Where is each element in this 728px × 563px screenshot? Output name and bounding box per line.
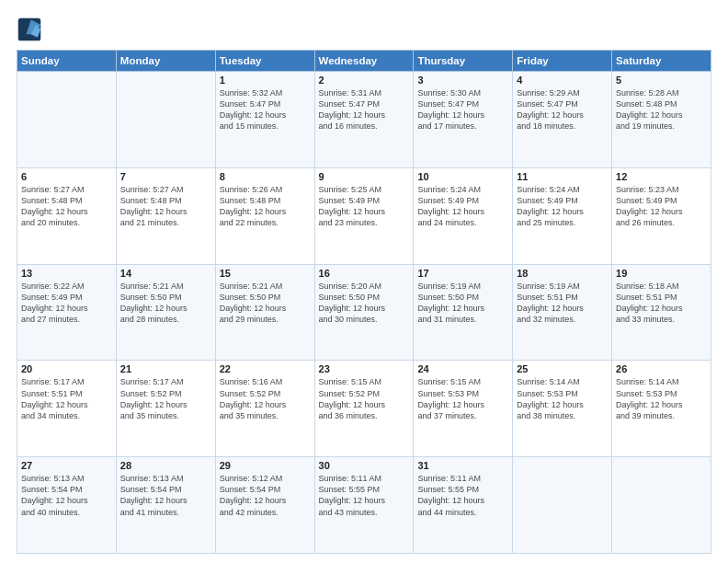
- day-number: 4: [517, 75, 608, 86]
- day-number: 1: [220, 75, 311, 86]
- calendar-cell: 28Sunrise: 5:13 AM Sunset: 5:54 PM Dayli…: [116, 457, 215, 554]
- calendar-table: SundayMondayTuesdayWednesdayThursdayFrid…: [17, 50, 711, 554]
- day-info: Sunrise: 5:24 AM Sunset: 5:49 PM Dayligh…: [517, 184, 608, 229]
- weekday-row: SundayMondayTuesdayWednesdayThursdayFrid…: [17, 51, 711, 72]
- day-info: Sunrise: 5:15 AM Sunset: 5:52 PM Dayligh…: [319, 376, 410, 421]
- day-number: 2: [319, 75, 410, 86]
- calendar-header: SundayMondayTuesdayWednesdayThursdayFrid…: [17, 51, 711, 72]
- day-info: Sunrise: 5:11 AM Sunset: 5:55 PM Dayligh…: [417, 473, 508, 518]
- calendar-cell: 7Sunrise: 5:27 AM Sunset: 5:48 PM Daylig…: [116, 167, 215, 264]
- day-info: Sunrise: 5:21 AM Sunset: 5:50 PM Dayligh…: [120, 281, 211, 326]
- day-info: Sunrise: 5:15 AM Sunset: 5:53 PM Dayligh…: [417, 376, 508, 421]
- day-info: Sunrise: 5:27 AM Sunset: 5:48 PM Dayligh…: [120, 184, 211, 229]
- calendar-cell: 4Sunrise: 5:29 AM Sunset: 5:47 PM Daylig…: [513, 72, 612, 168]
- day-number: 25: [517, 363, 608, 374]
- day-info: Sunrise: 5:28 AM Sunset: 5:48 PM Dayligh…: [616, 87, 707, 132]
- calendar-cell: 26Sunrise: 5:14 AM Sunset: 5:53 PM Dayli…: [612, 361, 711, 457]
- day-number: 12: [616, 171, 707, 182]
- calendar-cell: 19Sunrise: 5:18 AM Sunset: 5:51 PM Dayli…: [612, 264, 711, 361]
- calendar-cell: [17, 72, 117, 168]
- calendar-cell: 3Sunrise: 5:30 AM Sunset: 5:47 PM Daylig…: [414, 72, 513, 168]
- day-number: 10: [417, 171, 508, 182]
- weekday-header-monday: Monday: [116, 51, 215, 72]
- calendar-cell: 24Sunrise: 5:15 AM Sunset: 5:53 PM Dayli…: [414, 361, 513, 457]
- day-info: Sunrise: 5:31 AM Sunset: 5:47 PM Dayligh…: [319, 87, 410, 132]
- calendar-cell: 8Sunrise: 5:26 AM Sunset: 5:48 PM Daylig…: [215, 167, 314, 264]
- day-info: Sunrise: 5:12 AM Sunset: 5:54 PM Dayligh…: [220, 473, 311, 518]
- calendar-cell: 14Sunrise: 5:21 AM Sunset: 5:50 PM Dayli…: [116, 264, 215, 361]
- day-info: Sunrise: 5:17 AM Sunset: 5:51 PM Dayligh…: [21, 376, 112, 421]
- page: SundayMondayTuesdayWednesdayThursdayFrid…: [0, 0, 728, 563]
- day-number: 14: [120, 268, 211, 279]
- calendar-cell: 5Sunrise: 5:28 AM Sunset: 5:48 PM Daylig…: [612, 72, 711, 168]
- day-number: 19: [616, 268, 707, 279]
- weekday-header-wednesday: Wednesday: [314, 51, 414, 72]
- day-info: Sunrise: 5:18 AM Sunset: 5:51 PM Dayligh…: [616, 281, 707, 326]
- weekday-header-thursday: Thursday: [414, 51, 513, 72]
- weekday-header-sunday: Sunday: [17, 51, 117, 72]
- day-number: 31: [417, 460, 508, 471]
- day-info: Sunrise: 5:11 AM Sunset: 5:55 PM Dayligh…: [319, 473, 410, 518]
- header: [17, 17, 711, 42]
- day-number: 13: [21, 268, 112, 279]
- calendar-week-1: 1Sunrise: 5:32 AM Sunset: 5:47 PM Daylig…: [17, 72, 711, 168]
- day-number: 15: [220, 268, 311, 279]
- day-info: Sunrise: 5:17 AM Sunset: 5:52 PM Dayligh…: [120, 376, 211, 421]
- calendar-body: 1Sunrise: 5:32 AM Sunset: 5:47 PM Daylig…: [17, 72, 711, 554]
- day-info: Sunrise: 5:14 AM Sunset: 5:53 PM Dayligh…: [517, 376, 608, 421]
- logo: [17, 17, 46, 42]
- calendar-cell: 21Sunrise: 5:17 AM Sunset: 5:52 PM Dayli…: [116, 361, 215, 457]
- day-info: Sunrise: 5:19 AM Sunset: 5:51 PM Dayligh…: [517, 281, 608, 326]
- day-number: 5: [616, 75, 707, 86]
- calendar-cell: 10Sunrise: 5:24 AM Sunset: 5:49 PM Dayli…: [414, 167, 513, 264]
- day-info: Sunrise: 5:29 AM Sunset: 5:47 PM Dayligh…: [517, 87, 608, 132]
- day-number: 24: [417, 363, 508, 374]
- calendar-cell: 11Sunrise: 5:24 AM Sunset: 5:49 PM Dayli…: [513, 167, 612, 264]
- day-number: 21: [120, 363, 211, 374]
- calendar-cell: 6Sunrise: 5:27 AM Sunset: 5:48 PM Daylig…: [17, 167, 117, 264]
- day-info: Sunrise: 5:27 AM Sunset: 5:48 PM Dayligh…: [21, 184, 112, 229]
- day-number: 23: [319, 363, 410, 374]
- day-info: Sunrise: 5:26 AM Sunset: 5:48 PM Dayligh…: [220, 184, 311, 229]
- day-info: Sunrise: 5:24 AM Sunset: 5:49 PM Dayligh…: [417, 184, 508, 229]
- day-number: 8: [220, 171, 311, 182]
- calendar-cell: 13Sunrise: 5:22 AM Sunset: 5:49 PM Dayli…: [17, 264, 117, 361]
- weekday-header-tuesday: Tuesday: [215, 51, 314, 72]
- calendar-cell: 22Sunrise: 5:16 AM Sunset: 5:52 PM Dayli…: [215, 361, 314, 457]
- weekday-header-friday: Friday: [513, 51, 612, 72]
- day-number: 3: [417, 75, 508, 86]
- calendar-cell: 27Sunrise: 5:13 AM Sunset: 5:54 PM Dayli…: [17, 457, 117, 554]
- logo-icon: [17, 17, 42, 42]
- calendar-cell: 9Sunrise: 5:25 AM Sunset: 5:49 PM Daylig…: [314, 167, 414, 264]
- calendar-cell: 16Sunrise: 5:20 AM Sunset: 5:50 PM Dayli…: [314, 264, 414, 361]
- calendar-cell: 29Sunrise: 5:12 AM Sunset: 5:54 PM Dayli…: [215, 457, 314, 554]
- day-info: Sunrise: 5:20 AM Sunset: 5:50 PM Dayligh…: [319, 281, 410, 326]
- day-number: 26: [616, 363, 707, 374]
- day-info: Sunrise: 5:19 AM Sunset: 5:50 PM Dayligh…: [417, 281, 508, 326]
- day-number: 30: [319, 460, 410, 471]
- day-number: 28: [120, 460, 211, 471]
- calendar-cell: 30Sunrise: 5:11 AM Sunset: 5:55 PM Dayli…: [314, 457, 414, 554]
- calendar-cell: 23Sunrise: 5:15 AM Sunset: 5:52 PM Dayli…: [314, 361, 414, 457]
- calendar-cell: 12Sunrise: 5:23 AM Sunset: 5:49 PM Dayli…: [612, 167, 711, 264]
- day-info: Sunrise: 5:25 AM Sunset: 5:49 PM Dayligh…: [319, 184, 410, 229]
- calendar-week-5: 27Sunrise: 5:13 AM Sunset: 5:54 PM Dayli…: [17, 457, 711, 554]
- day-number: 20: [21, 363, 112, 374]
- day-info: Sunrise: 5:14 AM Sunset: 5:53 PM Dayligh…: [616, 376, 707, 421]
- day-info: Sunrise: 5:23 AM Sunset: 5:49 PM Dayligh…: [616, 184, 707, 229]
- day-number: 22: [220, 363, 311, 374]
- day-number: 7: [120, 171, 211, 182]
- calendar-week-3: 13Sunrise: 5:22 AM Sunset: 5:49 PM Dayli…: [17, 264, 711, 361]
- day-number: 27: [21, 460, 112, 471]
- calendar-cell: [116, 72, 215, 168]
- calendar-cell: 2Sunrise: 5:31 AM Sunset: 5:47 PM Daylig…: [314, 72, 414, 168]
- day-info: Sunrise: 5:22 AM Sunset: 5:49 PM Dayligh…: [21, 281, 112, 326]
- day-info: Sunrise: 5:13 AM Sunset: 5:54 PM Dayligh…: [120, 473, 211, 518]
- day-info: Sunrise: 5:13 AM Sunset: 5:54 PM Dayligh…: [21, 473, 112, 518]
- calendar-cell: 31Sunrise: 5:11 AM Sunset: 5:55 PM Dayli…: [414, 457, 513, 554]
- calendar-cell: [612, 457, 711, 554]
- day-info: Sunrise: 5:32 AM Sunset: 5:47 PM Dayligh…: [220, 87, 311, 132]
- calendar-cell: 17Sunrise: 5:19 AM Sunset: 5:50 PM Dayli…: [414, 264, 513, 361]
- calendar-cell: 18Sunrise: 5:19 AM Sunset: 5:51 PM Dayli…: [513, 264, 612, 361]
- day-number: 29: [220, 460, 311, 471]
